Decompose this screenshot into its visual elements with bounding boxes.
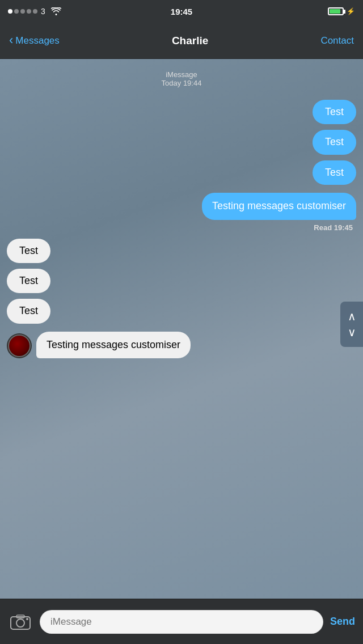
message-row-6: Test bbox=[0, 269, 363, 293]
message-row-3: Test bbox=[0, 160, 363, 185]
sent-messages-group: Test Test Test Testing messages customis… bbox=[0, 94, 363, 364]
chat-area: ∧ ∨ iMessage Today 19:44 Test Test Test … bbox=[0, 59, 363, 599]
bubble-sent-2[interactable]: Test bbox=[313, 130, 356, 154]
bubble-received-3[interactable]: Test bbox=[7, 299, 50, 323]
message-row-7: Test bbox=[0, 299, 363, 323]
bubble-sent-1[interactable]: Test bbox=[313, 100, 356, 124]
timestamp-header: iMessage Today 19:44 bbox=[0, 70, 363, 87]
scroll-down-icon[interactable]: ∨ bbox=[348, 327, 356, 338]
back-button[interactable]: ‹ Messages bbox=[9, 35, 60, 46]
scroll-up-icon[interactable]: ∧ bbox=[348, 311, 356, 322]
back-chevron-icon: ‹ bbox=[9, 34, 13, 46]
contact-button[interactable]: Contact bbox=[320, 35, 354, 46]
status-time: 19:45 bbox=[171, 7, 192, 16]
signal-dot-4 bbox=[27, 9, 31, 14]
signal-dot-2 bbox=[14, 9, 19, 14]
bubble-received-2[interactable]: Test bbox=[7, 269, 50, 293]
signal-dots bbox=[8, 9, 37, 14]
scroll-indicator[interactable]: ∧ ∨ bbox=[340, 302, 363, 347]
signal-dot-5 bbox=[33, 9, 37, 14]
timestamp-value: Today 19:44 bbox=[0, 79, 363, 87]
svg-point-1 bbox=[16, 619, 24, 627]
read-time: 19:45 bbox=[334, 223, 353, 232]
wifi-icon bbox=[51, 7, 61, 15]
send-button[interactable]: Send bbox=[330, 616, 355, 628]
bubble-received-1[interactable]: Test bbox=[7, 239, 50, 263]
back-label: Messages bbox=[15, 35, 59, 46]
svg-point-3 bbox=[26, 618, 28, 620]
signal-dot-1 bbox=[8, 9, 12, 14]
status-bar: 3 19:45 ⚡ bbox=[0, 0, 363, 23]
service-name: iMessage bbox=[0, 70, 363, 79]
nav-bar: ‹ Messages Charlie Contact bbox=[0, 23, 363, 59]
message-row-2: Test bbox=[0, 130, 363, 154]
camera-icon bbox=[10, 614, 31, 630]
status-right: ⚡ bbox=[328, 7, 355, 15]
message-row-1: Test bbox=[0, 100, 363, 124]
avatar bbox=[7, 333, 32, 358]
message-input[interactable] bbox=[40, 610, 323, 634]
signal-dot-3 bbox=[20, 9, 25, 14]
input-bar: Send bbox=[0, 599, 363, 644]
carrier-label: 3 bbox=[41, 7, 45, 16]
read-receipt: Read 19:45 bbox=[0, 223, 363, 232]
camera-button[interactable] bbox=[8, 609, 33, 634]
nav-title: Charlie bbox=[172, 35, 208, 47]
bubble-received-4[interactable]: Testing messages customiser bbox=[36, 332, 191, 358]
message-row-4: Testing messages customiser bbox=[0, 193, 363, 219]
charging-icon: ⚡ bbox=[347, 7, 355, 15]
message-row-8: Testing messages customiser bbox=[0, 332, 363, 358]
avatar-image bbox=[8, 334, 31, 357]
status-left: 3 bbox=[8, 7, 61, 16]
battery-fill bbox=[330, 9, 340, 14]
read-label: Read bbox=[314, 223, 332, 232]
bubble-sent-3[interactable]: Test bbox=[313, 160, 356, 185]
bubble-sent-4[interactable]: Testing messages customiser bbox=[202, 193, 356, 219]
message-row-5: Test bbox=[0, 239, 363, 263]
battery-icon bbox=[328, 7, 344, 15]
